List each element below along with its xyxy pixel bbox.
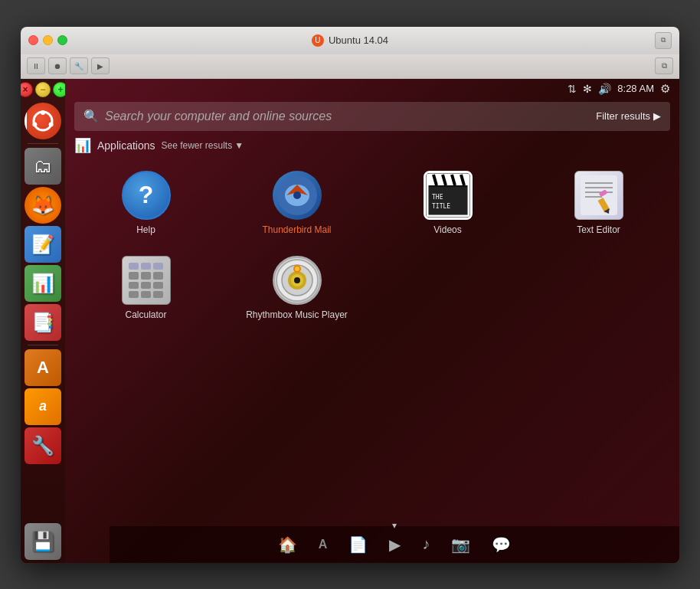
restore-button[interactable]: ⧉ bbox=[655, 32, 672, 49]
wrench-button[interactable]: 🔧 bbox=[70, 57, 88, 74]
appstore-icon: A bbox=[37, 358, 49, 378]
volume-icon: 🔊 bbox=[598, 83, 611, 95]
titlebar-buttons bbox=[28, 35, 67, 45]
content-panel: ⇅ ✻ 🔊 8:28 AM ⚙ 🔍 Filter results ▶ 📊 bbox=[65, 79, 679, 563]
minimize-button[interactable] bbox=[43, 35, 53, 45]
app-item-texteditor[interactable]: Text Editor bbox=[527, 165, 670, 243]
sidebar-item-files[interactable]: 🗂 bbox=[25, 148, 61, 185]
ubuntu-logo: U bbox=[312, 34, 324, 47]
sidebar-item-writer[interactable]: 📝 bbox=[25, 226, 61, 263]
dock-video-icon[interactable]: ▶ bbox=[389, 535, 401, 554]
dock-apps-icon[interactable]: A bbox=[319, 538, 328, 551]
svg-point-33 bbox=[295, 267, 299, 271]
play-button[interactable]: ▶ bbox=[91, 57, 110, 74]
titlebar: U Ubuntu 14.04 ⧉ bbox=[21, 27, 679, 54]
sidebar-sep-2 bbox=[28, 345, 58, 345]
svg-point-31 bbox=[294, 277, 300, 283]
svg-point-7 bbox=[293, 191, 301, 199]
sidebar-item-system[interactable]: 🔧 bbox=[25, 427, 61, 464]
sidebar-dots: × − + bbox=[21, 82, 68, 97]
svg-text:THE: THE bbox=[432, 194, 443, 201]
top-overlay: ⇅ ✻ 🔊 8:28 AM ⚙ bbox=[65, 79, 679, 99]
search-bar: 🔍 Filter results ▶ bbox=[74, 102, 670, 131]
apps-grid: ? Help Thunderbird Mail bbox=[65, 157, 679, 335]
system-tray: ⇅ ✻ 🔊 8:28 AM ⚙ bbox=[568, 82, 670, 96]
dock-arrow: ▾ bbox=[392, 520, 397, 531]
files-icon: 🗂 bbox=[34, 155, 52, 177]
section-title: Applications bbox=[97, 139, 155, 152]
dock-home-icon[interactable]: 🏠 bbox=[278, 535, 297, 554]
videos-label: Videos bbox=[433, 224, 461, 237]
pause-button[interactable]: ⏸ bbox=[27, 57, 45, 74]
gear-icon[interactable]: ⚙ bbox=[660, 82, 670, 96]
restore2-button[interactable]: ⧉ bbox=[655, 57, 673, 74]
close-button[interactable] bbox=[28, 35, 38, 45]
dock-photo-icon[interactable]: 📷 bbox=[451, 535, 470, 554]
sidebar: × − + 🗂 🦊 bbox=[21, 79, 65, 563]
system-icon: 🔧 bbox=[31, 435, 54, 456]
dock-files-icon[interactable]: 📄 bbox=[348, 535, 368, 554]
sidebar-sep-1 bbox=[28, 143, 58, 144]
sidebar-item-firefox[interactable]: 🦊 bbox=[25, 187, 61, 224]
svg-point-1 bbox=[41, 110, 45, 115]
clock: 8:28 AM bbox=[617, 83, 654, 94]
main-content: × − + 🗂 🦊 bbox=[21, 79, 679, 563]
texteditor-icon bbox=[574, 171, 623, 220]
app-item-thunderbird[interactable]: Thunderbird Mail bbox=[225, 165, 368, 243]
svg-point-2 bbox=[49, 122, 54, 126]
maximize-button[interactable] bbox=[57, 35, 67, 45]
sidebar-item-calc[interactable]: 📊 bbox=[25, 265, 61, 302]
see-fewer-button[interactable]: See fewer results ▼ bbox=[162, 140, 244, 151]
texteditor-label: Text Editor bbox=[577, 224, 620, 237]
help-icon: ? bbox=[122, 171, 171, 220]
sort-icon: ⇅ bbox=[568, 83, 577, 95]
search-icon: 🔍 bbox=[83, 109, 99, 123]
amazon-icon: a bbox=[39, 398, 47, 414]
svg-rect-16 bbox=[429, 187, 467, 214]
bottom-dock: ▾ 🏠 A 📄 ▶ ♪ 📷 💬 bbox=[110, 526, 679, 563]
filter-results-button[interactable]: Filter results ▶ bbox=[596, 110, 661, 122]
window-title: U Ubuntu 14.04 bbox=[312, 34, 388, 47]
sidebar-item-ubuntu[interactable] bbox=[25, 103, 61, 139]
sidebar-item-impress[interactable]: 📑 bbox=[25, 304, 61, 341]
calc-icon: 📊 bbox=[31, 273, 54, 294]
floppy-icon: 💾 bbox=[31, 531, 54, 552]
help-label: Help bbox=[136, 224, 155, 237]
sidebar-close-dot[interactable]: × bbox=[21, 82, 33, 97]
record-button[interactable]: ⏺ bbox=[48, 57, 67, 74]
section-header: 📊 Applications See fewer results ▼ bbox=[65, 131, 679, 157]
window-controls-bar: ⏸ ⏺ 🔧 ▶ ⧉ bbox=[21, 54, 679, 79]
sidebar-item-floppy[interactable]: 💾 bbox=[25, 523, 61, 560]
section-bars-icon: 📊 bbox=[74, 137, 91, 154]
svg-rect-19 bbox=[581, 175, 617, 215]
rhythmbox-label: Rhythmbox Music Player bbox=[246, 309, 348, 322]
dock-music-icon[interactable]: ♪ bbox=[422, 535, 430, 553]
calculator-icon bbox=[122, 256, 171, 305]
ubuntu-icon bbox=[31, 110, 54, 133]
firefox-icon: 🦊 bbox=[31, 195, 54, 216]
app-item-videos[interactable]: THE TITLE Videos bbox=[376, 165, 519, 243]
videos-icon: THE TITLE bbox=[424, 171, 473, 220]
titlebar-right-controls: ⧉ bbox=[655, 32, 672, 49]
thunderbird-icon bbox=[273, 171, 322, 220]
bluetooth-icon: ✻ bbox=[583, 83, 592, 95]
search-input[interactable] bbox=[105, 110, 596, 123]
app-item-calculator[interactable]: Calculator bbox=[74, 250, 218, 328]
sidebar-min-dot[interactable]: − bbox=[35, 82, 51, 97]
app-item-help[interactable]: ? Help bbox=[74, 165, 218, 243]
rhythmbox-icon bbox=[273, 256, 322, 305]
app-item-rhythmbox[interactable]: Rhythmbox Music Player bbox=[225, 250, 368, 328]
svg-point-3 bbox=[32, 122, 37, 126]
svg-text:TITLE: TITLE bbox=[432, 203, 450, 210]
writer-icon: 📝 bbox=[31, 234, 54, 255]
thunderbird-label: Thunderbird Mail bbox=[262, 224, 331, 237]
dock-social-icon[interactable]: 💬 bbox=[492, 535, 511, 554]
main-window: U Ubuntu 14.04 ⧉ ⏸ ⏺ 🔧 ▶ ⧉ × bbox=[21, 27, 679, 563]
impress-icon: 📑 bbox=[31, 312, 54, 333]
sidebar-item-amazon[interactable]: a bbox=[25, 388, 61, 425]
sidebar-item-appstore[interactable]: A bbox=[25, 349, 61, 386]
calculator-label: Calculator bbox=[125, 309, 166, 322]
